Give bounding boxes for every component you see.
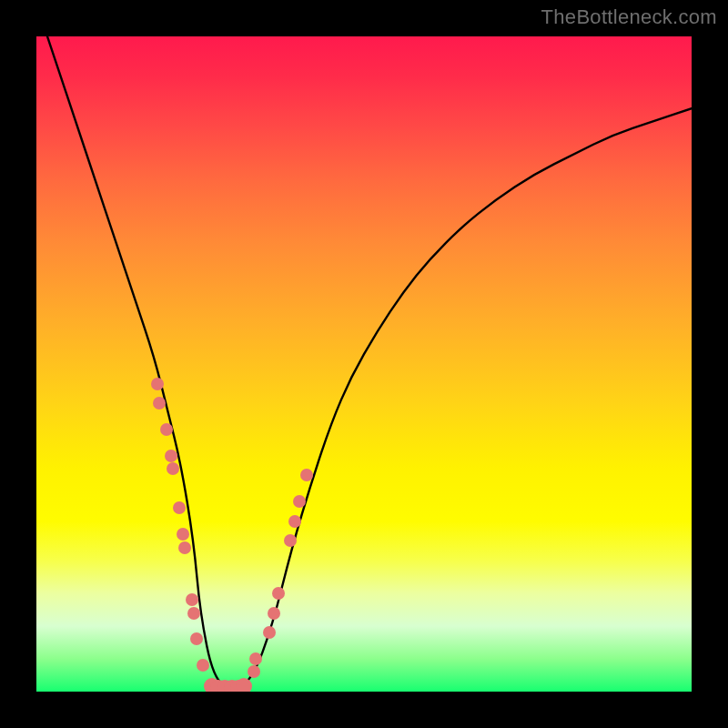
data-marker xyxy=(236,678,252,692)
data-marker xyxy=(160,423,173,436)
data-marker xyxy=(187,607,200,620)
data-marker xyxy=(151,378,164,390)
data-marker xyxy=(178,541,191,554)
watermark-text: TheBottleneck.com xyxy=(541,5,717,29)
data-marker xyxy=(177,528,189,541)
data-marker xyxy=(268,607,280,620)
data-marker xyxy=(165,450,177,462)
data-marker xyxy=(197,659,209,672)
background-gradient xyxy=(36,36,692,692)
data-marker xyxy=(167,462,179,475)
data-marker xyxy=(300,469,313,481)
chart-frame: TheBottleneck.com xyxy=(0,0,728,728)
plot-area xyxy=(36,36,692,692)
data-marker xyxy=(272,587,285,600)
data-marker xyxy=(263,626,276,639)
